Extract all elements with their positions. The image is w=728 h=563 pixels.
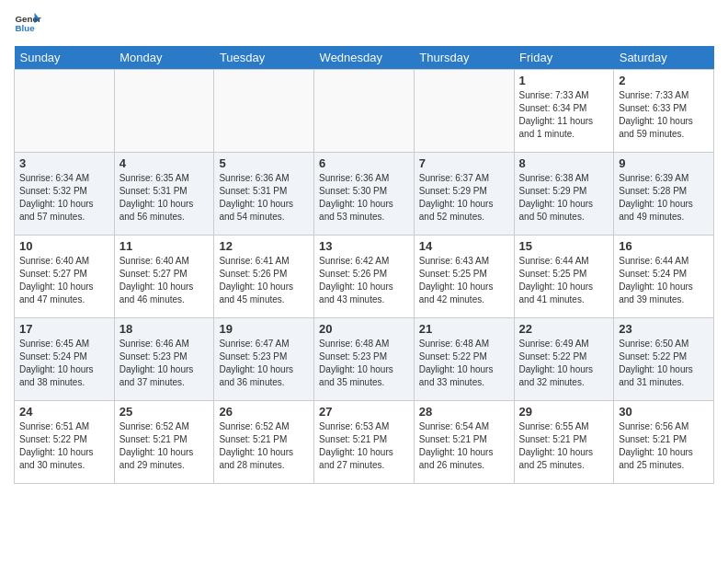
day-number: 12: [219, 239, 309, 253]
calendar-day: 19Sunrise: 6:47 AM Sunset: 5:23 PM Dayli…: [214, 318, 314, 401]
day-number: 28: [419, 405, 509, 419]
day-info: Sunrise: 6:47 AM Sunset: 5:23 PM Dayligh…: [219, 338, 309, 389]
day-number: 15: [519, 239, 609, 253]
page-container: General Blue SundayMondayTuesdayWednesda…: [0, 0, 728, 493]
calendar-day: 29Sunrise: 6:55 AM Sunset: 5:21 PM Dayli…: [514, 401, 614, 484]
calendar-week-3: 17Sunrise: 6:45 AM Sunset: 5:24 PM Dayli…: [15, 318, 714, 401]
day-info: Sunrise: 6:48 AM Sunset: 5:23 PM Dayligh…: [319, 338, 409, 389]
calendar-day: 17Sunrise: 6:45 AM Sunset: 5:24 PM Dayli…: [15, 318, 115, 401]
calendar-day: 27Sunrise: 6:53 AM Sunset: 5:21 PM Dayli…: [314, 401, 415, 484]
calendar-day: 15Sunrise: 6:44 AM Sunset: 5:25 PM Dayli…: [514, 236, 614, 318]
calendar-day: 24Sunrise: 6:51 AM Sunset: 5:22 PM Dayli…: [15, 401, 115, 484]
calendar-day: 2Sunrise: 7:33 AM Sunset: 6:33 PM Daylig…: [614, 70, 714, 153]
day-info: Sunrise: 6:36 AM Sunset: 5:31 PM Dayligh…: [219, 172, 309, 224]
day-number: 13: [319, 239, 409, 253]
day-header-sunday: Sunday: [15, 46, 115, 70]
day-number: 29: [519, 405, 609, 419]
day-info: Sunrise: 6:44 AM Sunset: 5:25 PM Dayligh…: [519, 255, 609, 306]
day-info: Sunrise: 6:36 AM Sunset: 5:30 PM Dayligh…: [319, 172, 409, 224]
calendar-day: 10Sunrise: 6:40 AM Sunset: 5:27 PM Dayli…: [15, 236, 115, 318]
day-number: 11: [119, 239, 210, 253]
day-number: 24: [19, 405, 109, 419]
calendar-day: [214, 70, 314, 153]
day-info: Sunrise: 6:45 AM Sunset: 5:24 PM Dayligh…: [19, 338, 109, 389]
day-number: 26: [219, 405, 309, 419]
day-info: Sunrise: 6:40 AM Sunset: 5:27 PM Dayligh…: [119, 255, 210, 306]
calendar-day: 16Sunrise: 6:44 AM Sunset: 5:24 PM Dayli…: [614, 236, 714, 318]
day-info: Sunrise: 6:41 AM Sunset: 5:26 PM Dayligh…: [219, 255, 309, 306]
day-header-friday: Friday: [514, 46, 614, 70]
day-info: Sunrise: 6:37 AM Sunset: 5:29 PM Dayligh…: [419, 172, 509, 224]
day-number: 4: [119, 156, 210, 170]
calendar-day: 30Sunrise: 6:56 AM Sunset: 5:21 PM Dayli…: [614, 401, 714, 484]
calendar-day: 4Sunrise: 6:35 AM Sunset: 5:31 PM Daylig…: [114, 153, 214, 236]
day-number: 7: [419, 156, 509, 170]
day-number: 14: [419, 239, 509, 253]
calendar-day: 23Sunrise: 6:50 AM Sunset: 5:22 PM Dayli…: [614, 318, 714, 401]
calendar-day: 8Sunrise: 6:38 AM Sunset: 5:29 PM Daylig…: [514, 153, 614, 236]
calendar-day: 22Sunrise: 6:49 AM Sunset: 5:22 PM Dayli…: [514, 318, 614, 401]
day-info: Sunrise: 7:33 AM Sunset: 6:33 PM Dayligh…: [619, 89, 709, 141]
day-number: 1: [519, 74, 609, 87]
calendar-day: 13Sunrise: 6:42 AM Sunset: 5:26 PM Dayli…: [314, 236, 415, 318]
calendar-day: [15, 70, 115, 153]
calendar-day: 20Sunrise: 6:48 AM Sunset: 5:23 PM Dayli…: [314, 318, 415, 401]
header: General Blue: [14, 9, 714, 37]
day-number: 10: [19, 239, 109, 253]
calendar-day: 6Sunrise: 6:36 AM Sunset: 5:30 PM Daylig…: [314, 153, 415, 236]
calendar-day: 11Sunrise: 6:40 AM Sunset: 5:27 PM Dayli…: [114, 236, 214, 318]
svg-text:Blue: Blue: [16, 23, 36, 33]
day-info: Sunrise: 6:43 AM Sunset: 5:25 PM Dayligh…: [419, 255, 509, 306]
day-info: Sunrise: 6:49 AM Sunset: 5:22 PM Dayligh…: [519, 338, 609, 389]
day-info: Sunrise: 7:33 AM Sunset: 6:34 PM Dayligh…: [519, 89, 609, 141]
calendar-day: 3Sunrise: 6:34 AM Sunset: 5:32 PM Daylig…: [15, 153, 115, 236]
day-info: Sunrise: 6:35 AM Sunset: 5:31 PM Dayligh…: [119, 172, 210, 224]
logo-icon: General Blue: [14, 9, 41, 37]
day-number: 5: [219, 156, 309, 170]
day-header-thursday: Thursday: [414, 46, 514, 70]
calendar-day: [314, 70, 415, 153]
day-number: 27: [319, 405, 409, 419]
calendar-day: [114, 70, 214, 153]
calendar-day: 18Sunrise: 6:46 AM Sunset: 5:23 PM Dayli…: [114, 318, 214, 401]
day-info: Sunrise: 6:50 AM Sunset: 5:22 PM Dayligh…: [619, 338, 709, 389]
calendar-day: [414, 70, 514, 153]
day-number: 30: [619, 405, 709, 419]
day-info: Sunrise: 6:40 AM Sunset: 5:27 PM Dayligh…: [19, 255, 109, 306]
calendar-day: 5Sunrise: 6:36 AM Sunset: 5:31 PM Daylig…: [214, 153, 314, 236]
day-number: 23: [619, 322, 709, 336]
day-number: 3: [19, 156, 109, 170]
calendar-week-2: 10Sunrise: 6:40 AM Sunset: 5:27 PM Dayli…: [15, 236, 714, 318]
day-number: 16: [619, 239, 709, 253]
day-number: 18: [119, 322, 210, 336]
day-info: Sunrise: 6:38 AM Sunset: 5:29 PM Dayligh…: [519, 172, 609, 224]
day-number: 2: [619, 74, 709, 87]
day-header-saturday: Saturday: [614, 46, 714, 70]
day-info: Sunrise: 6:46 AM Sunset: 5:23 PM Dayligh…: [119, 338, 210, 389]
day-number: 6: [319, 156, 409, 170]
calendar-day: 7Sunrise: 6:37 AM Sunset: 5:29 PM Daylig…: [414, 153, 514, 236]
day-info: Sunrise: 6:52 AM Sunset: 5:21 PM Dayligh…: [119, 420, 210, 472]
day-header-wednesday: Wednesday: [314, 46, 415, 70]
calendar-day: 28Sunrise: 6:54 AM Sunset: 5:21 PM Dayli…: [414, 401, 514, 484]
day-number: 8: [519, 156, 609, 170]
day-info: Sunrise: 6:56 AM Sunset: 5:21 PM Dayligh…: [619, 420, 709, 472]
day-info: Sunrise: 6:52 AM Sunset: 5:21 PM Dayligh…: [219, 420, 309, 472]
day-number: 17: [19, 322, 109, 336]
day-number: 25: [119, 405, 210, 419]
calendar-week-4: 24Sunrise: 6:51 AM Sunset: 5:22 PM Dayli…: [15, 401, 714, 484]
calendar-day: 21Sunrise: 6:48 AM Sunset: 5:22 PM Dayli…: [414, 318, 514, 401]
day-number: 22: [519, 322, 609, 336]
day-number: 9: [619, 156, 709, 170]
calendar-week-0: 1Sunrise: 7:33 AM Sunset: 6:34 PM Daylig…: [15, 70, 714, 153]
day-info: Sunrise: 6:54 AM Sunset: 5:21 PM Dayligh…: [419, 420, 509, 472]
calendar-day: 14Sunrise: 6:43 AM Sunset: 5:25 PM Dayli…: [414, 236, 514, 318]
day-header-monday: Monday: [114, 46, 214, 70]
calendar-day: 25Sunrise: 6:52 AM Sunset: 5:21 PM Dayli…: [114, 401, 214, 484]
calendar-table: SundayMondayTuesdayWednesdayThursdayFrid…: [14, 46, 714, 484]
day-number: 19: [219, 322, 309, 336]
day-info: Sunrise: 6:39 AM Sunset: 5:28 PM Dayligh…: [619, 172, 709, 224]
day-info: Sunrise: 6:53 AM Sunset: 5:21 PM Dayligh…: [319, 420, 409, 472]
day-info: Sunrise: 6:55 AM Sunset: 5:21 PM Dayligh…: [519, 420, 609, 472]
calendar-day: 26Sunrise: 6:52 AM Sunset: 5:21 PM Dayli…: [214, 401, 314, 484]
